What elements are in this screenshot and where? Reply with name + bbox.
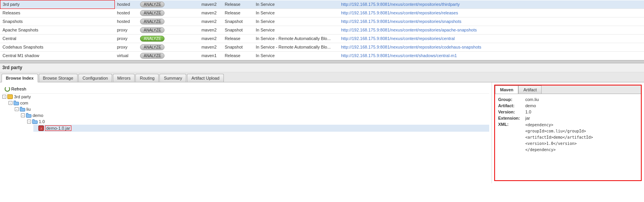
xml-line4: <version>1.0</version> <box>525 141 593 147</box>
repo-status: In Service - Remote Automatically Blo... <box>253 34 339 43</box>
tab-browse-storage[interactable]: Browse Storage <box>39 74 78 82</box>
repo-format: maven2 <box>199 0 222 9</box>
expand-icon[interactable]: - <box>27 120 31 124</box>
repo-type: proxy <box>114 43 138 51</box>
tree-node[interactable]: - com <box>9 100 489 106</box>
analyze-cell[interactable]: ANALYZE <box>138 9 199 17</box>
root-folder-icon <box>7 94 13 99</box>
repo-policy: Snapshot <box>222 17 253 26</box>
xml-line3: <artifactId>demo</artifactId> <box>525 134 593 141</box>
xml-content: <dependency> <groupId>com.liu</groupId> … <box>525 122 593 153</box>
tree-node[interactable]: - liu <box>15 106 489 112</box>
repo-url-link[interactable]: http://192.168.175.9:8081/nexus/content/… <box>341 36 455 41</box>
tree-node-label: com <box>20 101 28 105</box>
tree-panel: Refresh - 3rd party - com - liu - <box>0 82 492 183</box>
repo-name[interactable]: Releases <box>0 9 115 17</box>
repo-url-link[interactable]: http://192.168.175.9:8081/nexus/content/… <box>341 53 457 58</box>
repo-url[interactable]: http://192.168.175.9:8081/nexus/content/… <box>339 9 644 17</box>
analyze-button[interactable]: ANALYZE <box>140 44 164 50</box>
detail-tab-maven[interactable]: Maven <box>495 85 518 94</box>
analyze-cell[interactable]: ANALYZE <box>138 26 199 34</box>
repo-format: maven2 <box>199 17 222 26</box>
repo-policy: Release <box>222 9 253 17</box>
artifact-row: Artifact: demo <box>498 103 638 108</box>
repo-status: In Service <box>253 0 339 9</box>
tree-container: - 3rd party - com - liu - demo - <box>2 94 489 132</box>
tab-mirrors[interactable]: Mirrors <box>113 74 135 82</box>
analyze-button[interactable]: ANALYZE <box>140 10 164 16</box>
repo-url[interactable]: http://192.168.175.9:8081/nexus/content/… <box>339 26 644 34</box>
repo-format: maven1 <box>199 51 222 60</box>
tree-node[interactable]: - demo <box>21 112 489 118</box>
detail-tab-artifact[interactable]: Artifact <box>518 85 542 94</box>
analyze-cell[interactable]: ANALYZE <box>138 51 199 60</box>
repo-url[interactable]: http://192.168.175.9:8081/nexus/content/… <box>339 43 644 51</box>
tree-root[interactable]: - 3rd party <box>2 94 489 100</box>
repo-url[interactable]: http://192.168.175.9:8081/nexus/content/… <box>339 34 644 43</box>
repo-url[interactable]: http://192.168.175.9:8081/nexus/content/… <box>339 17 644 26</box>
repo-url[interactable]: http://192.168.175.9:8081/nexus/content/… <box>339 0 644 9</box>
repository-table: 3rd party hosted ANALYZE maven2 Release … <box>0 0 644 60</box>
analyze-cell[interactable]: ANALYZE <box>138 17 199 26</box>
repo-type: proxy <box>114 26 138 34</box>
repo-url-link[interactable]: http://192.168.175.9:8081/nexus/content/… <box>341 45 481 49</box>
extension-label: Extension: <box>498 116 525 120</box>
repo-name[interactable]: Central <box>0 34 115 43</box>
repo-status: In Service <box>253 9 339 17</box>
repo-format: maven2 <box>199 9 222 17</box>
repo-name[interactable]: 3rd party <box>0 0 115 9</box>
analyze-button[interactable]: ANALYZE <box>140 53 164 59</box>
analyze-cell[interactable]: ANALYZE <box>138 0 199 9</box>
repo-format: maven2 <box>199 43 222 51</box>
tree-node[interactable]: J demo-1.0.jar <box>33 125 489 132</box>
analyze-button[interactable]: ANALYZE <box>140 2 164 7</box>
toolbar: Refresh <box>2 85 489 94</box>
analyze-cell[interactable]: ANALYZE <box>138 43 199 51</box>
repo-name[interactable]: Central M1 shadow <box>0 51 115 60</box>
repo-url-link[interactable]: http://192.168.175.9:8081/nexus/content/… <box>341 19 461 24</box>
extension-value: jar <box>525 116 530 120</box>
expand-icon[interactable]: - <box>2 95 6 99</box>
tab-browse-index[interactable]: Browse Index <box>2 74 38 82</box>
tree-node[interactable]: - 1.0 <box>27 118 489 125</box>
xml-line1: <dependency> <box>525 122 593 128</box>
expand-icon[interactable]: - <box>21 113 25 117</box>
detail-tabs: MavenArtifact <box>495 85 641 94</box>
repo-url-link[interactable]: http://192.168.175.9:8081/nexus/content/… <box>341 28 477 32</box>
detail-panel: MavenArtifact Group: com.liu Artifact: d… <box>494 85 642 181</box>
repo-name[interactable]: Apache Snapshots <box>0 26 115 34</box>
analyze-button[interactable]: ANALYZE <box>140 19 164 24</box>
analyze-button[interactable]: ANALYZE <box>140 36 164 42</box>
jar-label: demo-1.0.jar <box>45 125 71 131</box>
repo-format: maven2 <box>199 26 222 34</box>
xml-line5: </dependency> <box>525 147 593 153</box>
refresh-icon <box>5 86 10 92</box>
detail-content: Group: com.liu Artifact: demo Version: 1… <box>495 94 641 158</box>
expand-icon[interactable]: - <box>9 101 12 105</box>
jar-icon: J <box>38 125 44 131</box>
section-title: 3rd party <box>0 63 644 72</box>
section-divider <box>0 60 644 63</box>
repo-url[interactable]: http://192.168.175.9:8081/nexus/content/… <box>339 51 644 60</box>
repo-type: hosted <box>114 17 138 26</box>
analyze-cell[interactable]: ANALYZE <box>138 34 199 43</box>
repo-name[interactable]: Codehaus Snapshots <box>0 43 115 51</box>
tab-summary[interactable]: Summary <box>159 74 186 82</box>
tab-artifact-upload[interactable]: Artifact Upload <box>187 74 223 82</box>
artifact-value: demo <box>525 103 536 108</box>
tab-configuration[interactable]: Configuration <box>78 74 112 82</box>
repo-policy: Release <box>222 0 253 9</box>
folder-icon <box>20 107 25 111</box>
analyze-button[interactable]: ANALYZE <box>140 27 164 33</box>
group-row: Group: com.liu <box>498 97 638 102</box>
repo-status: In Service <box>253 26 339 34</box>
expand-icon[interactable]: - <box>15 107 19 111</box>
repo-url-link[interactable]: http://192.168.175.9:8081/nexus/content/… <box>341 10 458 15</box>
repo-url-link[interactable]: http://192.168.175.9:8081/nexus/content/… <box>341 2 460 7</box>
repo-name[interactable]: Snapshots <box>0 17 115 26</box>
repo-status: In Service <box>253 51 339 60</box>
tab-routing[interactable]: Routing <box>135 74 159 82</box>
repo-policy: Release <box>222 34 253 43</box>
repo-type: proxy <box>114 34 138 43</box>
refresh-button[interactable]: Refresh <box>5 86 26 92</box>
